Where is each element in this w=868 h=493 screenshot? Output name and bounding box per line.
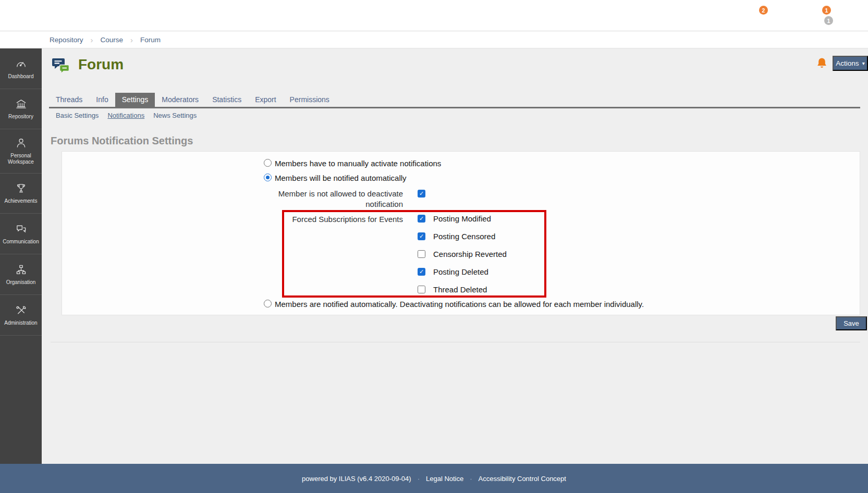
checkbox-posting-modified-label[interactable]: Posting Modified bbox=[433, 214, 491, 224]
checkbox-thread-deleted-label[interactable]: Thread Deleted bbox=[433, 285, 487, 294]
main-sidebar: Dashboard Repository Personal Workspace … bbox=[0, 48, 42, 464]
checkbox-thread-deleted[interactable] bbox=[418, 286, 425, 293]
tab-bar: Threads Info Settings Moderators Statist… bbox=[49, 93, 336, 107]
sidebar-item-achievements[interactable]: Achievements bbox=[0, 174, 42, 214]
powered-by-text: powered by ILIAS (v6.4 2020-09-04) bbox=[302, 475, 411, 483]
tab-permissions[interactable]: Permissions bbox=[283, 93, 336, 107]
sidebar-item-repository[interactable]: Repository bbox=[0, 89, 42, 129]
radio-auto-notification-label[interactable]: Members will be notified automatically bbox=[275, 174, 407, 183]
checkbox-posting-deleted-label[interactable]: Posting Deleted bbox=[433, 267, 488, 277]
checkbox-posting-censored-label[interactable]: Posting Censored bbox=[433, 231, 495, 241]
tab-info[interactable]: Info bbox=[89, 93, 115, 107]
contacts-badge-primary: 1 bbox=[822, 6, 831, 15]
tab-moderators[interactable]: Moderators bbox=[155, 93, 205, 107]
radio-individual-deactivation-label[interactable]: Members are notified automatically. Deac… bbox=[275, 300, 644, 309]
save-button[interactable]: Save bbox=[836, 316, 867, 330]
page-title: Forum bbox=[78, 56, 124, 73]
sidebar-item-organisation[interactable]: Organisation bbox=[0, 254, 42, 295]
subtab-notifications[interactable]: Notifications bbox=[107, 110, 144, 121]
breadcrumb-course[interactable]: Course bbox=[101, 36, 124, 44]
checkbox-posting-deleted[interactable] bbox=[418, 268, 425, 276]
footer-separator: · bbox=[470, 475, 472, 483]
organisation-icon bbox=[15, 264, 27, 276]
actions-button[interactable]: Actions bbox=[833, 56, 868, 71]
repository-icon bbox=[15, 98, 27, 110]
personal-workspace-icon bbox=[15, 137, 27, 149]
page-footer: powered by ILIAS (v6.4 2020-09-04) · Leg… bbox=[0, 464, 868, 493]
radio-manual-activation-label[interactable]: Members have to manually activate notifi… bbox=[275, 159, 441, 168]
checkbox-deactivate-notification[interactable] bbox=[418, 190, 425, 198]
administration-tools-icon bbox=[15, 304, 27, 316]
breadcrumb-repository[interactable]: Repository bbox=[50, 36, 83, 44]
subtab-basic-settings[interactable]: Basic Settings bbox=[56, 110, 99, 121]
radio-auto-notification[interactable] bbox=[264, 174, 272, 181]
forum-object-icon bbox=[52, 58, 70, 75]
communication-icon bbox=[15, 223, 27, 235]
subtab-bar: Basic Settings Notifications News Settin… bbox=[56, 110, 197, 121]
chevron-right-icon: › bbox=[91, 35, 93, 44]
top-header-bar bbox=[0, 0, 868, 31]
dashboard-icon bbox=[15, 58, 27, 70]
radio-row-manual: Members have to manually activate notifi… bbox=[264, 159, 441, 168]
section-divider bbox=[51, 342, 860, 342]
tab-threads[interactable]: Threads bbox=[49, 93, 89, 107]
chevron-right-icon: › bbox=[130, 35, 133, 44]
radio-row-auto: Members will be notified automatically bbox=[264, 174, 407, 183]
sidebar-item-personal-workspace[interactable]: Personal Workspace bbox=[0, 129, 42, 174]
checkbox-censorship-reverted[interactable] bbox=[418, 250, 425, 258]
checkbox-censorship-reverted-label[interactable]: Censorship Reverted bbox=[433, 249, 507, 259]
tab-statistics[interactable]: Statistics bbox=[205, 93, 248, 107]
radio-manual-activation[interactable] bbox=[264, 159, 272, 167]
accessibility-link[interactable]: Accessibility Control Concept bbox=[479, 475, 566, 483]
notifications-badge: 2 bbox=[759, 6, 768, 15]
radio-row-individual: Members are notified automatically. Deac… bbox=[264, 300, 644, 309]
footer-separator: · bbox=[418, 475, 420, 483]
tab-underline bbox=[49, 107, 860, 108]
form-section-title: Forums Notification Settings bbox=[51, 135, 193, 147]
tab-export[interactable]: Export bbox=[248, 93, 283, 107]
subtab-news-settings[interactable]: News Settings bbox=[153, 110, 197, 121]
checkbox-posting-censored[interactable] bbox=[418, 232, 425, 240]
sidebar-item-communication[interactable]: Communication bbox=[0, 214, 42, 254]
breadcrumb: Repository › Course › Forum bbox=[50, 31, 161, 48]
forced-subscriptions-label: Forced Subscriptions for Events bbox=[265, 214, 403, 225]
sidebar-item-dashboard[interactable]: Dashboard bbox=[0, 48, 42, 89]
achievements-trophy-icon bbox=[15, 182, 27, 194]
forum-notification-bell-icon[interactable] bbox=[816, 57, 827, 69]
breadcrumb-forum[interactable]: Forum bbox=[140, 36, 161, 44]
deactivate-notification-label: Member is not allowed to deactivate noti… bbox=[265, 189, 403, 209]
contacts-badge-secondary: 1 bbox=[824, 16, 833, 25]
sidebar-item-administration[interactable]: Administration bbox=[0, 295, 42, 336]
radio-individual-deactivation[interactable] bbox=[264, 300, 272, 307]
tab-settings[interactable]: Settings bbox=[115, 93, 155, 107]
checkbox-posting-modified[interactable] bbox=[418, 215, 425, 223]
legal-notice-link[interactable]: Legal Notice bbox=[426, 475, 463, 483]
